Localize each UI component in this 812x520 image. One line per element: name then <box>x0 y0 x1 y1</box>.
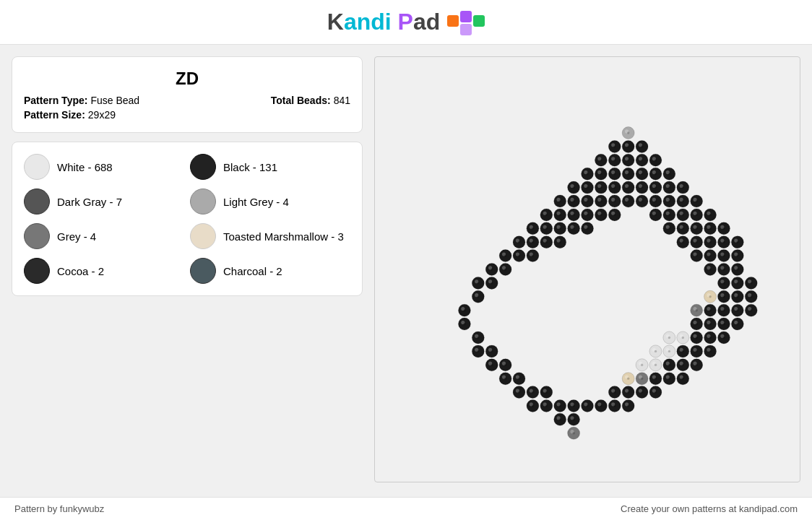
svg-point-151 <box>545 228 548 230</box>
svg-point-127 <box>600 214 602 216</box>
legend-label: Grey - 4 <box>57 230 96 243</box>
svg-point-256 <box>477 295 479 298</box>
svg-point-337 <box>695 350 697 352</box>
svg-point-238 <box>736 268 738 270</box>
svg-point-130 <box>613 214 616 216</box>
svg-point-277 <box>709 309 711 311</box>
svg-point-55 <box>572 186 574 188</box>
svg-point-403 <box>655 391 657 393</box>
svg-point-298 <box>722 323 725 325</box>
logo-pad-p: P <box>398 9 413 35</box>
svg-point-166 <box>682 228 684 230</box>
svg-point-199 <box>722 241 725 243</box>
svg-point-424 <box>613 404 616 407</box>
svg-point-313 <box>695 337 697 339</box>
svg-point-340 <box>709 350 711 352</box>
svg-rect-0 <box>447 15 459 27</box>
svg-point-280 <box>722 309 725 311</box>
svg-point-16 <box>641 145 643 147</box>
logo-pad-rest: ad <box>413 9 440 35</box>
svg-point-346 <box>504 364 506 366</box>
svg-point-364 <box>504 377 506 379</box>
footer-cta: Create your own patterns at kandipad.com <box>621 503 798 514</box>
svg-point-304 <box>477 337 479 339</box>
pattern-meta: Pattern Type: Fuse Bead Total Beads: 841 <box>24 95 350 106</box>
svg-point-46 <box>641 173 643 175</box>
svg-point-385 <box>518 391 520 393</box>
color-swatch <box>24 154 50 180</box>
svg-point-136 <box>668 214 670 216</box>
pattern-type-value: Fuse Bead <box>90 95 139 106</box>
svg-point-175 <box>722 228 725 230</box>
logo-cubes-svg <box>447 9 485 35</box>
svg-point-52 <box>668 173 670 175</box>
legend-item: Black - 131 <box>190 154 350 180</box>
svg-point-103 <box>655 200 657 202</box>
svg-point-157 <box>572 228 574 230</box>
svg-point-259 <box>709 295 711 298</box>
svg-point-139 <box>682 214 684 216</box>
svg-point-154 <box>559 228 561 230</box>
svg-point-274 <box>695 309 697 311</box>
svg-point-262 <box>722 295 725 298</box>
pattern-size-label: Pattern Size: <box>24 109 85 121</box>
svg-point-232 <box>709 268 711 270</box>
legend-item: Grey - 4 <box>24 223 184 249</box>
svg-point-301 <box>736 323 738 325</box>
legend-label: White - 688 <box>57 161 113 173</box>
svg-point-415 <box>572 404 574 407</box>
svg-point-394 <box>613 391 616 393</box>
svg-point-187 <box>559 241 561 243</box>
svg-point-169 <box>695 228 697 230</box>
legend-item: Toasted Marshmallow - 3 <box>190 223 350 249</box>
svg-point-376 <box>655 377 657 379</box>
svg-point-217 <box>709 254 711 256</box>
legend-label: Toasted Marshmallow - 3 <box>223 230 344 243</box>
pattern-type-item: Pattern Type: Fuse Bead <box>24 95 139 106</box>
svg-point-106 <box>668 200 670 202</box>
svg-point-379 <box>668 377 670 379</box>
svg-point-148 <box>532 228 534 230</box>
svg-point-10 <box>613 145 616 147</box>
header: Kandi Pad <box>0 0 812 45</box>
svg-point-322 <box>477 350 479 352</box>
svg-point-307 <box>668 337 670 339</box>
bead-canvas <box>374 56 800 482</box>
right-panel <box>374 56 800 485</box>
svg-point-412 <box>559 404 561 407</box>
legend-label: Cocoa - 2 <box>57 265 104 277</box>
svg-point-361 <box>695 364 697 366</box>
svg-point-295 <box>709 323 711 325</box>
svg-point-37 <box>600 173 602 175</box>
pattern-size-row: Pattern Size: 29x29 <box>24 109 350 121</box>
svg-point-349 <box>641 364 643 366</box>
svg-point-208 <box>518 254 520 256</box>
svg-point-58 <box>586 186 588 188</box>
svg-point-418 <box>586 404 588 407</box>
svg-point-160 <box>586 228 588 230</box>
svg-point-115 <box>545 214 548 216</box>
svg-point-388 <box>532 391 534 393</box>
svg-point-70 <box>641 186 643 188</box>
total-beads-value: 841 <box>334 95 350 106</box>
svg-point-97 <box>627 200 629 202</box>
bead-pattern-svg <box>389 71 785 468</box>
svg-point-430 <box>559 418 561 420</box>
svg-point-121 <box>572 214 574 216</box>
svg-point-421 <box>600 404 602 407</box>
svg-point-190 <box>682 241 684 243</box>
svg-point-88 <box>586 200 588 202</box>
svg-point-142 <box>695 214 697 216</box>
svg-point-67 <box>627 186 629 188</box>
total-beads-item: Total Beads: 841 <box>271 95 350 106</box>
pattern-size-item: Pattern Size: 29x29 <box>24 109 116 121</box>
svg-point-235 <box>722 268 725 270</box>
svg-point-289 <box>463 323 465 325</box>
svg-point-214 <box>695 254 697 256</box>
color-swatch <box>190 154 216 180</box>
svg-point-400 <box>641 391 643 393</box>
svg-point-253 <box>750 282 752 284</box>
svg-point-178 <box>518 241 520 243</box>
svg-point-367 <box>518 377 520 379</box>
svg-point-73 <box>655 186 657 188</box>
